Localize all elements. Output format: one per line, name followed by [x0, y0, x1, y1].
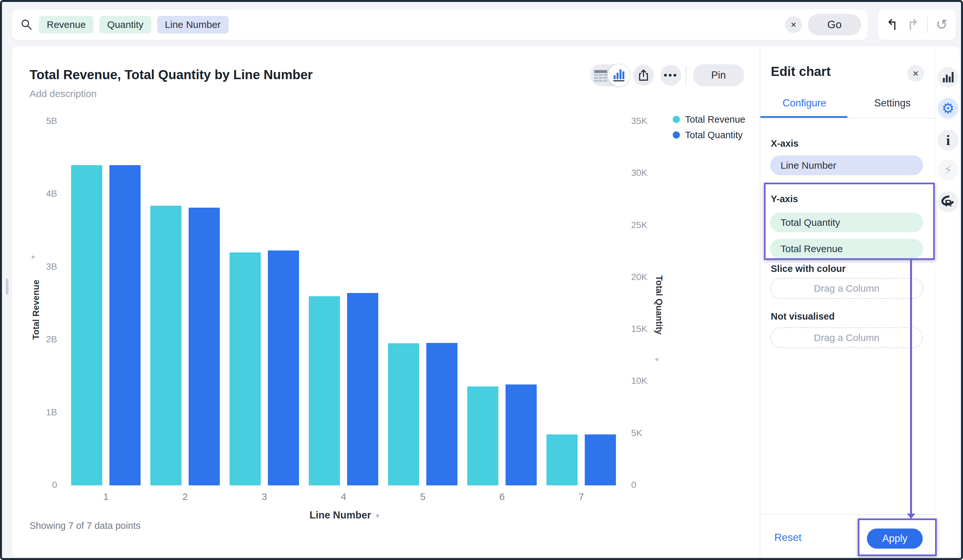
undo-icon[interactable]: ↰ [886, 17, 899, 32]
xaxis-category-label: 4 [324, 491, 363, 502]
app-window: Revenue Quantity Line Number × Go ↰ ↱ ↺ … [0, 0, 963, 560]
xaxis-category-label: 5 [403, 491, 442, 502]
legend-dot-cyan [673, 116, 680, 123]
yaxis-right-title[interactable]: Total Quantity [654, 256, 664, 354]
display-mode-toggle [590, 64, 629, 86]
yaxis-right-tick: 10K [631, 376, 660, 386]
yaxis-right-tick: 30K [631, 168, 660, 178]
reset-button[interactable]: Reset [774, 531, 802, 544]
bar-total-quantity-3[interactable] [268, 251, 299, 486]
legend-label: Total Revenue [685, 114, 745, 125]
bar-total-quantity-6[interactable] [506, 384, 537, 486]
yaxis-left-tick: 1B [31, 407, 57, 418]
notvisualised-dropzone[interactable]: Drag a Column [770, 327, 923, 348]
bar-total-quantity-5[interactable] [426, 343, 457, 486]
chip-line-number[interactable]: Line Number [770, 155, 923, 175]
legend: Total Revenue Total Quantity [673, 112, 745, 143]
xaxis-category-label: 2 [165, 491, 204, 502]
r-logo-icon: R [940, 195, 955, 208]
add-description-link[interactable]: Add description [29, 88, 97, 99]
clear-search-button[interactable]: × [785, 16, 802, 33]
yaxis-left-sort-arrow-icon: ▸ [32, 252, 36, 261]
yaxis-left-title[interactable]: Total Revenue [31, 264, 41, 355]
legend-item-total-revenue[interactable]: Total Revenue [673, 112, 745, 127]
viz-title[interactable]: Total Revenue, Total Quantity by Line Nu… [29, 68, 313, 82]
yaxis-right-tick: 5K [631, 428, 660, 438]
yaxis-left-tick: 0 [31, 480, 57, 490]
search-token-line-number[interactable]: Line Number [157, 16, 229, 33]
panel-title: Edit chart [771, 64, 830, 79]
chart-type-button[interactable] [938, 67, 958, 87]
slice-section-label: Slice with colour [771, 264, 845, 274]
bar-total-revenue-6[interactable] [467, 387, 498, 486]
info-icon: i [946, 132, 950, 149]
bar-total-quantity-4[interactable] [347, 293, 378, 486]
yaxis-right-sort-arrow-icon: ◂ [655, 355, 658, 363]
bar-total-quantity-7[interactable] [585, 434, 616, 486]
legend-item-total-quantity[interactable]: Total Quantity [673, 127, 745, 143]
xaxis-category-label: 1 [86, 491, 125, 502]
xaxis-category-label: 7 [562, 491, 601, 502]
notvisualised-section-label: Not visualised [771, 311, 835, 322]
divider [686, 66, 686, 84]
bar-total-revenue-1[interactable] [71, 165, 102, 486]
bar-total-quantity-2[interactable] [189, 208, 220, 486]
insights-button[interactable]: ⚡ [938, 160, 958, 180]
right-icon-rail: ⚙ i ⚡ R [936, 46, 960, 557]
pin-button[interactable]: Pin [693, 64, 744, 86]
main-card: Total Revenue, Total Quantity by Line Nu… [12, 46, 960, 557]
legend-label: Total Quantity [685, 130, 743, 141]
lightning-bolt-icon: ⚡ [944, 163, 953, 177]
chart-card: Total Revenue, Total Quantity by Line Nu… [12, 46, 760, 557]
close-icon[interactable]: × [907, 65, 924, 82]
bar-total-revenue-5[interactable] [388, 343, 419, 486]
chart-view-icon-selected[interactable] [608, 64, 630, 86]
plot-area: 5B4B3B2B1B035K30K25K20K15K10K5K01234567 [71, 121, 616, 486]
info-button[interactable]: i [938, 130, 958, 151]
slice-dropzone[interactable]: Drag a Column [770, 278, 923, 299]
search-bar[interactable]: Revenue Quantity Line Number × Go [12, 10, 867, 40]
xaxis-title[interactable]: Line Number [310, 509, 371, 521]
chart-settings-button[interactable]: ⚙ [938, 98, 958, 119]
yaxis-section-label: Y-axis [771, 194, 798, 204]
chip-total-quantity[interactable]: Total Quantity [770, 212, 923, 232]
yaxis-right-tick: 25K [631, 220, 660, 230]
bar-total-quantity-1[interactable] [109, 165, 141, 486]
tabs-divider [760, 118, 936, 118]
search-icon [20, 18, 33, 31]
footer-divider [760, 514, 936, 515]
svg-text:R: R [945, 197, 952, 208]
go-button[interactable]: Go [808, 14, 861, 36]
xaxis-category-label: 6 [483, 491, 522, 502]
redo-icon[interactable]: ↱ [906, 17, 919, 32]
refresh-icon[interactable]: ↺ [936, 18, 948, 32]
search-token-revenue[interactable]: Revenue [39, 16, 94, 33]
chart-type-icon [943, 72, 953, 83]
xaxis-section-label: X-axis [771, 138, 798, 149]
more-options-button[interactable]: ••• [660, 65, 681, 86]
share-button[interactable] [633, 65, 654, 86]
yaxis-left-tick: 5B [31, 116, 57, 126]
search-token-quantity[interactable]: Quantity [99, 16, 151, 33]
divider [927, 16, 927, 33]
bar-chart-icon [614, 70, 624, 79]
tab-configure[interactable]: Configure [760, 97, 848, 109]
history-actions: ↰ ↱ ↺ [878, 10, 956, 40]
bar-total-revenue-4[interactable] [309, 296, 340, 486]
apply-button[interactable]: Apply [867, 529, 923, 549]
chevron-down-icon[interactable]: ▾ [376, 511, 379, 520]
share-icon [637, 68, 650, 82]
gear-icon: ⚙ [942, 101, 954, 115]
left-resize-handle[interactable] [6, 278, 8, 295]
r-analysis-button[interactable]: R [938, 191, 958, 212]
tab-settings[interactable]: Settings [848, 97, 936, 109]
bar-total-revenue-2[interactable] [150, 206, 182, 486]
yaxis-right-tick: 35K [631, 116, 660, 126]
xaxis-title-wrap: Line Number▾ [12, 509, 677, 521]
data-points-note: Showing 7 of 7 data points [29, 520, 141, 531]
yaxis-left-tick: 4B [31, 188, 57, 199]
bar-total-revenue-7[interactable] [546, 434, 577, 486]
table-view-icon[interactable] [593, 70, 608, 82]
bar-total-revenue-3[interactable] [230, 252, 261, 486]
chip-total-revenue[interactable]: Total Revenue [770, 239, 923, 259]
